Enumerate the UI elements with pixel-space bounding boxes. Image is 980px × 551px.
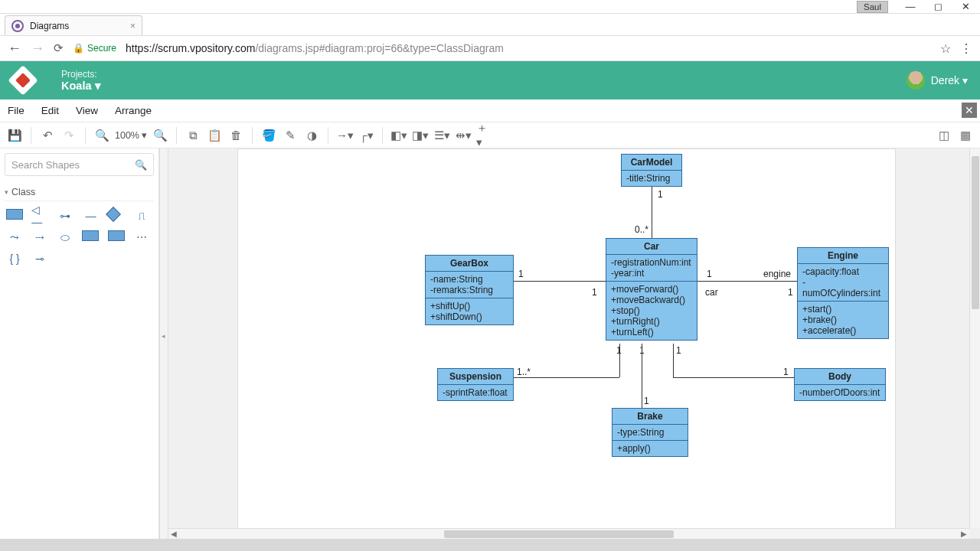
scroll-left-icon[interactable]: ◀ <box>168 530 179 538</box>
workspace: Search Shapes 🔍 Class ◁— ⊶ — ⎍ ⤳ ⤏ ⬭ ⋯ {… <box>0 148 980 539</box>
window-maximize-icon[interactable]: ◻ <box>933 2 943 12</box>
menu-view[interactable]: View <box>76 105 98 116</box>
os-user-badge: Saul <box>857 1 888 13</box>
secure-indicator: 🔒 Secure <box>73 43 116 54</box>
user-avatar[interactable] <box>906 71 925 90</box>
diagram-canvas[interactable]: 1 0..* 1 1 1 1 engine car 1 1..* 1 1 1 1… <box>237 148 896 530</box>
palette-header[interactable]: Class <box>5 184 154 201</box>
connector-icon[interactable]: →▾ <box>336 127 353 144</box>
class-engine[interactable]: Engine -capacity:float -numOfCylinders:i… <box>797 247 889 339</box>
search-placeholder: Search Shapes <box>11 159 80 171</box>
edge-carmodel-car[interactable] <box>652 178 652 238</box>
edge-gearbox-car[interactable] <box>514 281 606 282</box>
shape-package-icon[interactable] <box>82 230 99 241</box>
user-menu[interactable]: Derek ▾ <box>931 74 968 86</box>
copy-icon[interactable]: ⧉ <box>185 127 201 144</box>
window-close-icon[interactable]: ✕ <box>960 2 971 12</box>
zoom-level[interactable]: 100% ▾ <box>115 129 147 141</box>
undo-icon[interactable]: ↶ <box>39 127 56 144</box>
hscroll-thumb[interactable] <box>444 530 674 538</box>
fill-icon[interactable]: 🪣 <box>260 127 277 144</box>
shape-dependency-icon[interactable]: ⤳ <box>6 230 23 244</box>
window-minimize-icon[interactable]: — <box>905 2 916 12</box>
tab-title: Diagrams <box>30 21 69 31</box>
save-icon[interactable]: 💾 <box>6 127 23 144</box>
mult-label: 1 <box>676 345 681 356</box>
stroke-icon[interactable]: ✎ <box>282 127 299 144</box>
shape-anchor-icon[interactable]: ⋯ <box>133 230 150 244</box>
zoom-in-icon[interactable]: 🔍 <box>152 127 168 144</box>
paste-icon[interactable]: 📋 <box>206 127 223 144</box>
mult-label: 1 <box>658 189 663 200</box>
search-shapes-input[interactable]: Search Shapes 🔍 <box>5 153 154 176</box>
favicon-icon <box>11 20 24 32</box>
class-gearbox[interactable]: GearBox -name:String -remarks:String +sh… <box>425 255 514 325</box>
vscroll-thumb[interactable] <box>972 156 979 309</box>
edge-car-body-v[interactable] <box>673 344 674 377</box>
redo-icon[interactable]: ↷ <box>60 127 77 144</box>
class-car[interactable]: Car -registrationNum:int -year:int +move… <box>606 238 697 341</box>
add-icon[interactable]: ＋▾ <box>476 127 493 144</box>
toback-icon[interactable]: ◨▾ <box>412 127 429 144</box>
shape-constraint-icon[interactable]: { } <box>6 252 23 266</box>
outline-panel-icon[interactable]: ▦ <box>957 127 974 144</box>
waypoint-icon[interactable]: ┌▾ <box>358 127 374 144</box>
canvas-vscrollbar[interactable] <box>969 148 980 528</box>
shape-association-icon[interactable]: — <box>82 209 99 223</box>
shape-interface-icon[interactable]: ⊶ <box>57 209 74 223</box>
format-panel-icon[interactable]: ◫ <box>936 127 952 144</box>
chevron-down-icon: ▾ <box>962 74 968 86</box>
tab-close-icon[interactable]: × <box>130 21 136 31</box>
class-carmodel[interactable]: CarModel -title:String <box>621 154 682 187</box>
nav-back-icon[interactable]: ← <box>8 41 21 57</box>
nav-forward-icon[interactable]: → <box>31 41 44 57</box>
shape-port-icon[interactable]: ⊸ <box>31 252 48 266</box>
shape-generalization-icon[interactable]: ◁— <box>31 209 48 223</box>
mult-label: 1..* <box>517 367 531 377</box>
shape-aggregation-icon[interactable] <box>106 207 121 222</box>
tofront-icon[interactable]: ◧▾ <box>390 127 407 144</box>
mult-label: 1 <box>518 269 524 279</box>
bookmark-star-icon[interactable]: ☆ <box>940 41 951 56</box>
edge-car-engine[interactable] <box>696 281 799 282</box>
nav-reload-icon[interactable]: ⟳ <box>54 41 64 55</box>
shape-realization-icon[interactable]: ⤏ <box>31 230 48 244</box>
class-suspension[interactable]: Suspension -sprintRate:float <box>437 368 514 401</box>
shape-class-icon[interactable] <box>6 209 23 220</box>
projects-label: Projects: <box>61 69 101 80</box>
canvas-area: 1 0..* 1 1 1 1 engine car 1 1..* 1 1 1 1… <box>168 148 980 539</box>
url-text[interactable]: https://scrum.vpository.com/diagrams.jsp… <box>126 42 931 54</box>
align-icon[interactable]: ☰▾ <box>433 127 450 144</box>
edge-car-suspension-h[interactable] <box>512 377 619 378</box>
app-logo-icon[interactable] <box>8 65 38 96</box>
shape-collaboration-icon[interactable]: ⬭ <box>57 230 74 244</box>
menu-arrange[interactable]: Arrange <box>115 105 152 116</box>
zoom-out-icon[interactable]: 🔍 <box>93 127 110 144</box>
close-diagram-button[interactable]: ✕ <box>962 103 977 118</box>
menu-edit[interactable]: Edit <box>41 105 59 116</box>
search-icon: 🔍 <box>135 159 147 171</box>
os-titlebar: Saul — ◻ ✕ <box>0 0 980 14</box>
browser-tab[interactable]: Diagrams × <box>5 15 142 35</box>
mult-label: 0..* <box>635 224 648 235</box>
shape-note-icon[interactable]: ⎍ <box>133 209 150 223</box>
app-header: Projects: Koala ▾ Derek ▾ <box>0 61 980 99</box>
class-brake[interactable]: Brake -type:String +apply() <box>612 408 688 457</box>
mult-label: 1 <box>639 345 645 356</box>
shape-component-icon[interactable] <box>108 230 125 241</box>
mult-label: 1 <box>783 367 789 377</box>
delete-icon[interactable]: 🗑 <box>227 127 244 144</box>
statusbar <box>0 539 980 551</box>
mult-label: 1 <box>788 287 793 298</box>
role-label: engine <box>763 269 791 279</box>
menu-file[interactable]: File <box>8 105 24 116</box>
panel-splitter[interactable]: ◂ <box>159 148 168 539</box>
distribute-icon[interactable]: ⇹▾ <box>455 127 472 144</box>
canvas-hscrollbar[interactable]: ◀ ▶ <box>168 528 969 539</box>
class-body[interactable]: Body -numberOfDoors:int <box>794 368 886 401</box>
project-selector[interactable]: Projects: Koala ▾ <box>61 69 101 92</box>
edge-car-body-h[interactable] <box>673 377 795 378</box>
browser-menu-icon[interactable]: ⋮ <box>960 41 972 56</box>
scroll-right-icon[interactable]: ▶ <box>959 530 969 538</box>
shadow-icon[interactable]: ◑ <box>303 127 320 144</box>
